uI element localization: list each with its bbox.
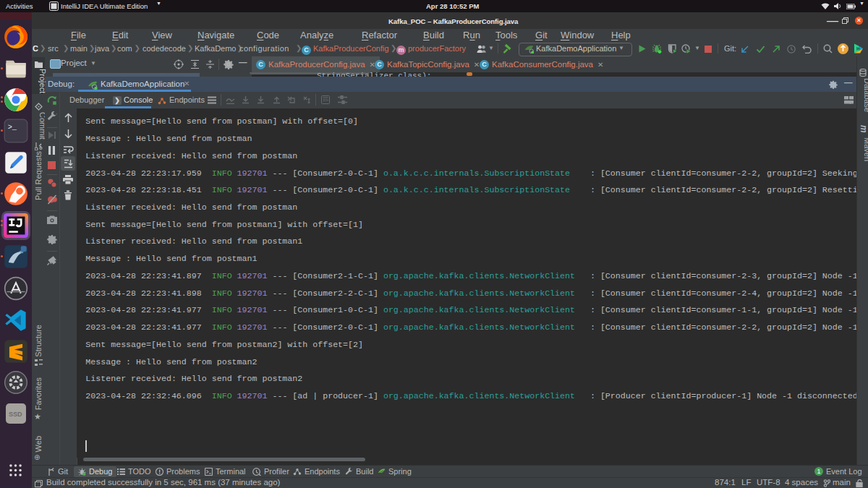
svg-text:>_: >_ xyxy=(8,124,17,132)
